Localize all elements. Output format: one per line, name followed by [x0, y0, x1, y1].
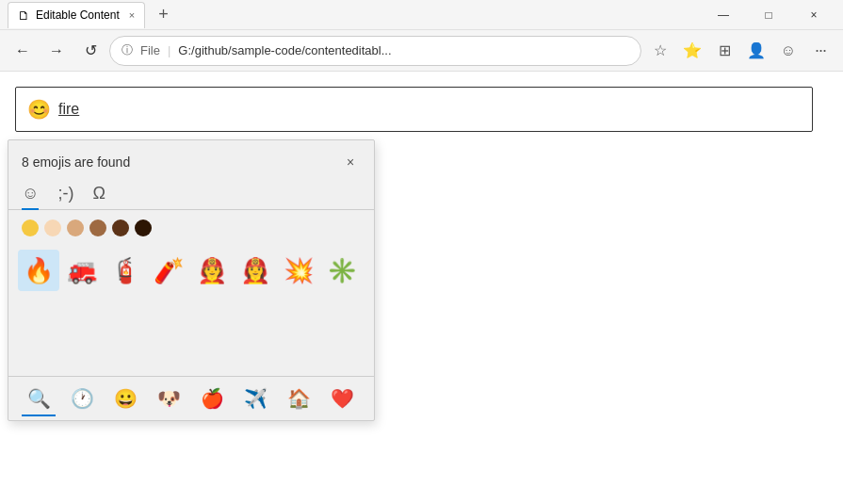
picker-spacer: [8, 301, 374, 376]
footer-travel[interactable]: ✈️: [235, 381, 276, 416]
tab-emoticon-icon: ;-): [57, 184, 73, 203]
skin-tone-row: [8, 210, 374, 246]
footer-search[interactable]: 🔍: [18, 381, 59, 416]
maximize-button[interactable]: □: [747, 0, 790, 30]
skin-tone-3[interactable]: [67, 219, 84, 236]
emoji-sparkle[interactable]: ✳️: [321, 250, 363, 291]
refresh-button[interactable]: ↺: [75, 36, 105, 66]
title-bar-left: 🗋 Editable Content × +: [8, 2, 702, 28]
tab-symbols[interactable]: Ω: [92, 180, 105, 209]
skin-tone-2[interactable]: [44, 219, 61, 236]
picker-header: 8 emojis are found ×: [8, 140, 374, 180]
back-button[interactable]: ←: [8, 36, 38, 66]
tab-symbols-icon: Ω: [92, 184, 105, 203]
footer-symbols[interactable]: ❤️: [321, 381, 363, 416]
emoji-picker: 8 emojis are found × ☺ ;-) Ω 🔥 🚒: [8, 139, 375, 421]
emoji-grid: 🔥 🚒 🧯 🧨 🧑‍🚒 👩‍🚒 💥 ✳️: [8, 246, 374, 301]
new-tab-button[interactable]: +: [153, 5, 174, 24]
skin-tone-1[interactable]: [22, 219, 39, 236]
tab-emoji-icon: ☺: [22, 184, 39, 203]
more-button[interactable]: ···: [805, 36, 835, 66]
input-text: fire: [58, 101, 79, 118]
tab-page-icon: 🗋: [18, 8, 30, 23]
minimize-button[interactable]: —: [702, 0, 745, 30]
footer-animals[interactable]: 🐶: [148, 381, 189, 416]
favorite-button[interactable]: ☆: [645, 36, 675, 66]
tab-close-button[interactable]: ×: [129, 9, 135, 21]
picker-tabs: ☺ ;-) Ω: [8, 180, 374, 210]
nav-bar: ← → ↺ ⓘ File | G:/github/sample-code/con…: [0, 30, 843, 72]
tab-emoticon[interactable]: ;-): [57, 180, 73, 209]
skin-tone-4[interactable]: [89, 219, 106, 236]
picker-footer: 🔍 🕐 😀 🐶 🍎 ✈️ 🏠 ❤️: [8, 376, 374, 420]
emoji-firefighter-2[interactable]: 👩‍🚒: [235, 250, 276, 291]
close-button[interactable]: ×: [792, 0, 835, 30]
picker-title: 8 emojis are found: [22, 154, 130, 170]
address-url: G:/github/sample-code/contenteditabl...: [178, 43, 629, 57]
skin-tone-5[interactable]: [112, 219, 129, 236]
profile-button[interactable]: 👤: [741, 36, 771, 66]
address-separator: |: [168, 43, 170, 57]
emoji-explosion[interactable]: 💥: [278, 250, 319, 291]
emoji-firecracker[interactable]: 🧨: [148, 250, 189, 291]
footer-activities[interactable]: 🏠: [278, 381, 319, 416]
address-info-icon: ⓘ: [122, 42, 133, 58]
emoji-fire-truck[interactable]: 🚒: [61, 250, 103, 291]
title-bar: 🗋 Editable Content × + — □ ×: [0, 0, 843, 30]
emoji-fire[interactable]: 🔥: [18, 250, 59, 291]
nav-right-icons: ☆ ⭐ ⊞ 👤 ☺ ···: [645, 36, 835, 66]
picker-close-button[interactable]: ×: [340, 152, 361, 172]
emoji-button[interactable]: ☺: [773, 36, 803, 66]
footer-smileys[interactable]: 😀: [105, 381, 146, 416]
browser-tab[interactable]: 🗋 Editable Content ×: [8, 2, 145, 28]
collections-button[interactable]: ⊞: [709, 36, 739, 66]
emoji-firefighter-1[interactable]: 🧑‍🚒: [191, 250, 233, 291]
footer-recent[interactable]: 🕐: [61, 381, 103, 416]
address-bar[interactable]: ⓘ File | G:/github/sample-code/contented…: [109, 36, 641, 66]
skin-tone-6[interactable]: [135, 219, 152, 236]
input-emoji: 😊: [27, 98, 51, 121]
tab-emoji[interactable]: ☺: [22, 180, 39, 209]
content-area: 😊 fire 8 emojis are found × ☺ ;-) Ω: [0, 72, 843, 504]
emoji-fire-extinguisher[interactable]: 🧯: [105, 250, 146, 291]
footer-food[interactable]: 🍎: [191, 381, 233, 416]
favorites-bar-button[interactable]: ⭐: [677, 36, 707, 66]
forward-button[interactable]: →: [41, 36, 72, 66]
editable-content-box[interactable]: 😊 fire: [15, 87, 813, 132]
address-file-label: File: [140, 43, 160, 57]
window-controls: — □ ×: [702, 0, 835, 30]
tab-title: Editable Content: [36, 8, 120, 22]
